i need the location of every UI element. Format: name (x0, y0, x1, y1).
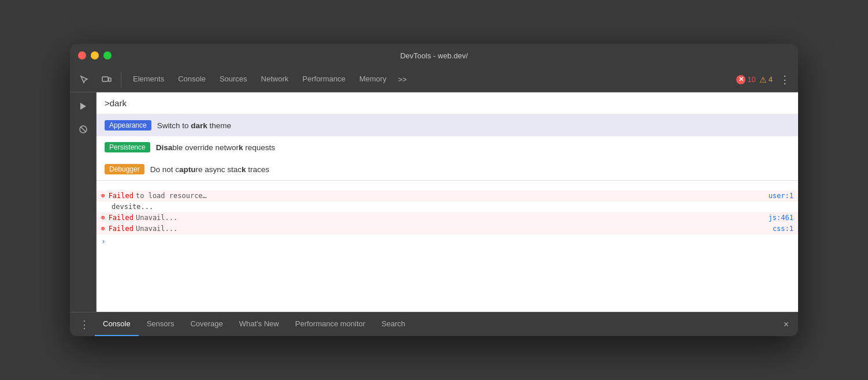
error-icon-1: ⊗ (101, 192, 105, 199)
play-button[interactable] (74, 97, 92, 116)
close-button[interactable] (78, 51, 86, 59)
tab-network[interactable]: Network (254, 67, 296, 92)
error-count: 10 (747, 75, 755, 84)
toolbar-more-menu-button[interactable]: ⋮ (776, 72, 793, 87)
warning-icon: ⚠ (759, 75, 767, 84)
bottom-tab-sensors[interactable]: Sensors (139, 312, 183, 336)
warning-count: 4 (769, 75, 773, 84)
console-link-2[interactable]: js:461 (769, 214, 793, 222)
console-area: Appearance Switch to dark theme Persiste… (97, 92, 798, 312)
traffic-lights (78, 51, 112, 59)
console-chevron: › (101, 237, 106, 245)
error-badge: ✕ 10 (736, 75, 755, 84)
console-line-normal: devsite... (97, 202, 798, 213)
error-icon-3: ⊗ (101, 225, 105, 232)
appearance-tag: Appearance (105, 120, 151, 131)
svg-marker-2 (80, 103, 86, 110)
command-palette: Appearance Switch to dark theme Persiste… (97, 92, 798, 181)
block-button[interactable] (74, 120, 92, 139)
bottom-tabs-dots-button[interactable]: ⋮ (75, 318, 95, 331)
console-line-error1: ⊗ Failed to load resource… user:1 (97, 191, 798, 202)
bottom-tab-search[interactable]: Search (373, 312, 413, 336)
appearance-text: Switch to dark theme (157, 121, 231, 130)
device-toolbar-button[interactable] (97, 72, 116, 87)
bottom-tab-whats-new[interactable]: What's New (231, 312, 287, 336)
devtools-window: DevTools - web.dev/ Elements Console Sou… (70, 44, 798, 336)
error-icon: ✕ (736, 75, 745, 84)
svg-rect-0 (102, 77, 108, 81)
tab-performance[interactable]: Performance (295, 67, 352, 92)
console-link-1[interactable]: user:1 (769, 192, 793, 200)
command-result-debugger[interactable]: Debugger Do not capture async stack trac… (97, 158, 798, 180)
main-toolbar: Elements Console Sources Network Perform… (70, 67, 798, 92)
more-tabs-button[interactable]: >> (394, 73, 411, 86)
title-bar: DevTools - web.dev/ (70, 44, 798, 67)
maximize-button[interactable] (103, 51, 112, 59)
bottom-tabs: ⋮ Console Sensors Coverage What's New Pe… (70, 312, 798, 336)
command-results: Appearance Switch to dark theme Persiste… (97, 114, 798, 180)
bottom-tab-performance-monitor[interactable]: Performance monitor (287, 312, 373, 336)
window-title: DevTools - web.dev/ (400, 51, 468, 60)
command-result-persistence[interactable]: Persistence Disable override network req… (97, 136, 798, 158)
command-result-appearance[interactable]: Appearance Switch to dark theme (97, 114, 798, 136)
command-input[interactable] (105, 98, 790, 108)
tab-console[interactable]: Console (171, 67, 213, 92)
command-input-row (97, 92, 798, 114)
tab-elements[interactable]: Elements (126, 67, 171, 92)
persistence-text: Disable override network requests (156, 143, 275, 152)
persistence-tag: Persistence (105, 142, 150, 152)
console-prompt-row: › (97, 234, 798, 248)
console-link-3[interactable]: css:1 (773, 225, 793, 233)
console-line-error2: ⊗ Failed Unavail... js:461 (97, 213, 798, 223)
console-line-error3: ⊗ Failed Unavail... css:1 (97, 223, 798, 234)
debugger-tag: Debugger (105, 164, 144, 174)
error-icon-2: ⊗ (101, 214, 105, 221)
toolbar-separator (121, 72, 121, 88)
toolbar-tabs: Elements Console Sources Network Perform… (126, 67, 734, 92)
debugger-text: Do not capture async stack traces (150, 165, 269, 174)
left-panel (70, 92, 97, 312)
toolbar-right: ✕ 10 ⚠ 4 ⋮ (736, 72, 793, 87)
inspect-element-button[interactable] (75, 72, 94, 87)
svg-line-4 (80, 127, 86, 132)
main-content: Appearance Switch to dark theme Persiste… (70, 92, 798, 312)
bottom-tab-console[interactable]: Console (95, 312, 139, 336)
svg-rect-1 (109, 78, 111, 81)
bottom-tab-coverage[interactable]: Coverage (182, 312, 231, 336)
minimize-button[interactable] (91, 51, 99, 59)
tab-sources[interactable]: Sources (213, 67, 254, 92)
tab-memory[interactable]: Memory (353, 67, 394, 92)
warning-badge: ⚠ 4 (759, 75, 773, 84)
close-bottom-tab-button[interactable]: × (779, 319, 793, 330)
